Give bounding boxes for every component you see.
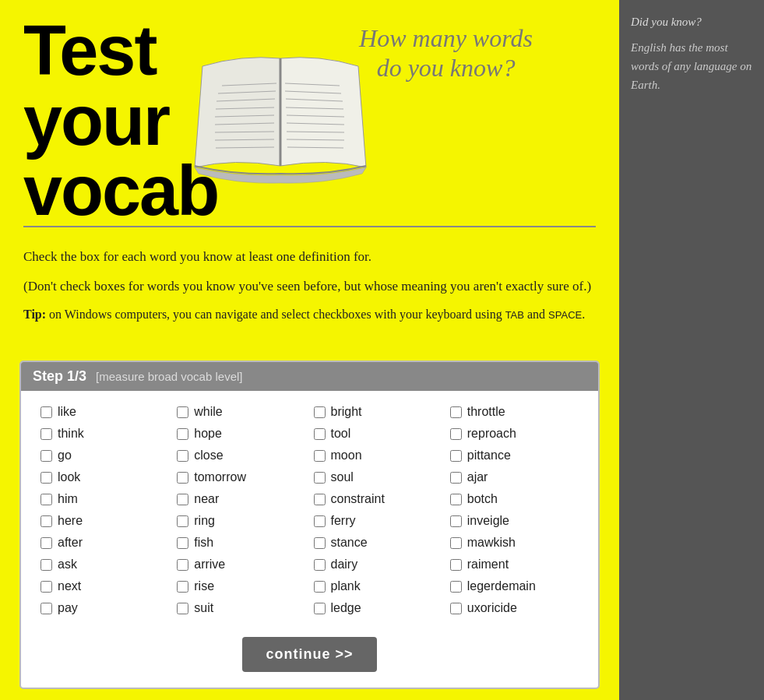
checkbox-uxoricide[interactable]	[450, 603, 462, 614]
label-suit[interactable]: suit	[194, 601, 213, 615]
label-hope[interactable]: hope	[194, 427, 222, 441]
checkbox-raiment[interactable]	[450, 559, 462, 571]
label-next[interactable]: next	[58, 579, 81, 593]
label-ledge[interactable]: ledge	[331, 601, 361, 615]
checkbox-while[interactable]	[177, 406, 188, 418]
checkbox-like[interactable]	[40, 406, 52, 418]
checkbox-suit[interactable]	[177, 603, 188, 614]
checkbox-look[interactable]	[40, 472, 52, 484]
checkbox-arrive[interactable]	[177, 559, 188, 571]
label-near[interactable]: near	[194, 492, 219, 506]
label-ring[interactable]: ring	[194, 514, 215, 528]
checkbox-dairy[interactable]	[314, 559, 326, 571]
label-moon[interactable]: moon	[331, 448, 362, 463]
label-fish[interactable]: fish	[194, 536, 213, 550]
sidebar: Did you know? English has the most words…	[619, 0, 764, 700]
checkbox-ask[interactable]	[40, 559, 52, 571]
label-botch[interactable]: botch	[467, 492, 498, 506]
checkbox-think[interactable]	[40, 428, 52, 440]
checkbox-ferry[interactable]	[314, 515, 326, 527]
word-column-1: likethinkgolookhimhereafterasknextpay	[37, 403, 173, 617]
tip: Tip: on Windows computers, you can navig…	[23, 305, 596, 324]
checkbox-bright[interactable]	[314, 406, 326, 418]
checkbox-stance[interactable]	[314, 537, 326, 549]
word-item: him	[37, 490, 173, 508]
label-tomorrow[interactable]: tomorrow	[194, 470, 246, 484]
step-label: Step 1/3	[33, 368, 86, 384]
word-item: after	[37, 533, 173, 552]
step-box: Step 1/3 [measure broad vocab level] lik…	[19, 361, 600, 689]
checkbox-constraint[interactable]	[314, 494, 326, 505]
label-close[interactable]: close	[194, 448, 223, 463]
checkbox-ledge[interactable]	[314, 603, 326, 614]
checkbox-near[interactable]	[177, 494, 188, 505]
continue-row: continue >>	[21, 637, 598, 672]
checkbox-moon[interactable]	[314, 450, 326, 462]
label-inveigle[interactable]: inveigle	[467, 514, 509, 528]
word-item: suit	[173, 599, 309, 617]
label-soul[interactable]: soul	[331, 470, 354, 484]
checkbox-fish[interactable]	[177, 537, 188, 549]
checkbox-next[interactable]	[40, 581, 52, 593]
checkbox-inveigle[interactable]	[450, 515, 462, 527]
label-raiment[interactable]: raiment	[467, 558, 509, 572]
label-ferry[interactable]: ferry	[331, 514, 356, 528]
word-item: pay	[37, 599, 173, 617]
checkbox-mawkish[interactable]	[450, 537, 462, 549]
checkbox-throttle[interactable]	[450, 406, 462, 418]
checkbox-soul[interactable]	[314, 472, 326, 484]
label-bright[interactable]: bright	[331, 405, 362, 419]
checkbox-tomorrow[interactable]	[177, 472, 188, 484]
label-him[interactable]: him	[58, 492, 78, 506]
word-item: here	[37, 512, 173, 530]
label-ajar[interactable]: ajar	[467, 470, 488, 484]
checkbox-tool[interactable]	[314, 428, 326, 440]
step-header: Step 1/3 [measure broad vocab level]	[21, 362, 598, 391]
checkbox-plank[interactable]	[314, 581, 326, 593]
tagline: How many words do you know?	[288, 23, 604, 83]
label-like[interactable]: like	[58, 405, 76, 419]
label-constraint[interactable]: constraint	[331, 492, 385, 506]
label-arrive[interactable]: arrive	[194, 558, 225, 572]
checkbox-here[interactable]	[40, 515, 52, 527]
checkbox-hope[interactable]	[177, 428, 188, 440]
label-think[interactable]: think	[58, 427, 84, 441]
label-stance[interactable]: stance	[331, 536, 368, 550]
label-look[interactable]: look	[58, 470, 80, 484]
label-plank[interactable]: plank	[331, 579, 361, 593]
tip-label: Tip:	[23, 308, 46, 321]
continue-button[interactable]: continue >>	[242, 637, 376, 672]
checkbox-ajar[interactable]	[450, 472, 462, 484]
label-uxoricide[interactable]: uxoricide	[467, 601, 517, 615]
checkbox-legerdemain[interactable]	[450, 581, 462, 593]
label-rise[interactable]: rise	[194, 579, 214, 593]
label-pittance[interactable]: pittance	[467, 448, 511, 463]
label-here[interactable]: here	[58, 514, 83, 528]
checkbox-ring[interactable]	[177, 515, 188, 527]
label-pay[interactable]: pay	[58, 601, 78, 615]
label-tool[interactable]: tool	[331, 427, 351, 441]
checkbox-botch[interactable]	[450, 494, 462, 505]
word-item: look	[37, 468, 173, 487]
label-legerdemain[interactable]: legerdemain	[467, 579, 536, 593]
checkbox-him[interactable]	[40, 494, 52, 505]
checkbox-after[interactable]	[40, 537, 52, 549]
label-after[interactable]: after	[58, 536, 83, 550]
checkbox-close[interactable]	[177, 450, 188, 462]
checkbox-reproach[interactable]	[450, 428, 462, 440]
label-reproach[interactable]: reproach	[467, 427, 516, 441]
checkbox-rise[interactable]	[177, 581, 188, 593]
word-item: rise	[173, 577, 309, 596]
checkbox-go[interactable]	[40, 450, 52, 462]
word-item: think	[37, 424, 173, 443]
step-sublabel: [measure broad vocab level]	[96, 370, 242, 383]
checkbox-pittance[interactable]	[450, 450, 462, 462]
label-throttle[interactable]: throttle	[467, 405, 505, 419]
label-dairy[interactable]: dairy	[331, 558, 358, 572]
label-ask[interactable]: ask	[58, 558, 77, 572]
checkbox-pay[interactable]	[40, 603, 52, 614]
label-while[interactable]: while	[194, 405, 222, 419]
word-item: while	[173, 403, 309, 421]
label-mawkish[interactable]: mawkish	[467, 536, 516, 550]
label-go[interactable]: go	[58, 448, 72, 463]
